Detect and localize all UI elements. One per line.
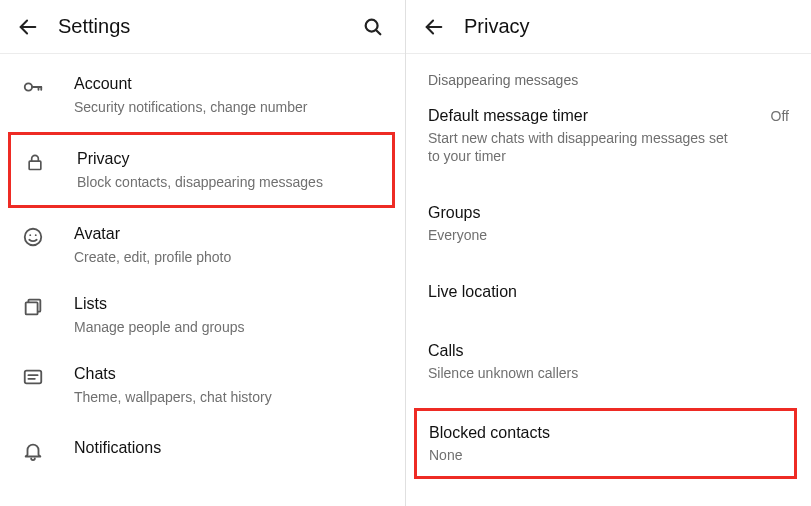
item-title: Notifications	[74, 438, 387, 459]
privacy-item-live-location[interactable]: Live location	[406, 270, 811, 315]
privacy-title: Privacy	[464, 15, 797, 38]
item-title: Live location	[428, 282, 789, 303]
item-title: Account	[74, 74, 387, 95]
settings-item-notifications[interactable]: Notifications	[0, 420, 405, 480]
privacy-item-blocked-contacts[interactable]: Blocked contacts None	[417, 411, 794, 476]
svg-point-8	[25, 229, 42, 246]
privacy-item-groups[interactable]: Groups Everyone	[406, 191, 811, 256]
item-sub: Start new chats with disappearing messag…	[428, 129, 728, 165]
settings-item-lists[interactable]: Lists Manage people and groups	[0, 280, 405, 350]
settings-item-avatar[interactable]: Avatar Create, edit, profile photo	[0, 210, 405, 280]
back-button-privacy[interactable]	[420, 13, 448, 41]
item-title: Lists	[74, 294, 387, 315]
item-sub: Theme, wallpapers, chat history	[74, 388, 387, 406]
svg-rect-7	[29, 161, 41, 169]
section-disappearing-messages: Disappearing messages	[406, 54, 811, 94]
item-title: Default message timer	[428, 106, 761, 127]
settings-title: Settings	[58, 15, 359, 38]
item-title: Privacy	[77, 149, 382, 170]
chat-icon	[22, 364, 60, 388]
bell-icon	[22, 438, 60, 462]
privacy-item-calls[interactable]: Calls Silence unknown callers	[406, 329, 811, 394]
svg-point-9	[29, 234, 31, 236]
privacy-pane: Privacy Disappearing messages Default me…	[406, 0, 811, 506]
svg-point-10	[35, 234, 37, 236]
item-sub: Everyone	[428, 226, 728, 244]
settings-item-privacy[interactable]: Privacy Block contacts, disappearing mes…	[11, 135, 392, 205]
key-icon	[22, 74, 60, 98]
item-sub: None	[429, 446, 729, 464]
search-icon	[362, 16, 384, 38]
avatar-icon	[22, 224, 60, 248]
privacy-header: Privacy	[406, 0, 811, 54]
lists-icon	[22, 294, 60, 318]
svg-rect-13	[25, 371, 42, 384]
item-sub: Block contacts, disappearing messages	[77, 173, 382, 191]
item-title: Calls	[428, 341, 789, 362]
search-button[interactable]	[359, 13, 387, 41]
arrow-left-icon	[17, 16, 39, 38]
item-sub: Create, edit, profile photo	[74, 248, 387, 266]
settings-pane: Settings Account Security notifications,…	[0, 0, 406, 506]
privacy-item-default-timer[interactable]: Default message timer Start new chats wi…	[406, 94, 811, 177]
item-title: Groups	[428, 203, 789, 224]
settings-item-account[interactable]: Account Security notifications, change n…	[0, 60, 405, 130]
highlight-blocked-contacts: Blocked contacts None	[414, 408, 797, 479]
item-title: Avatar	[74, 224, 387, 245]
arrow-left-icon	[423, 16, 445, 38]
svg-line-2	[376, 29, 380, 33]
svg-rect-12	[26, 302, 38, 314]
lock-icon	[25, 149, 63, 173]
item-sub: Manage people and groups	[74, 318, 387, 336]
highlight-privacy: Privacy Block contacts, disappearing mes…	[8, 132, 395, 208]
settings-item-chats[interactable]: Chats Theme, wallpapers, chat history	[0, 350, 405, 420]
item-value: Off	[771, 106, 789, 124]
item-sub: Silence unknown callers	[428, 364, 728, 382]
settings-list: Account Security notifications, change n…	[0, 54, 405, 480]
item-title: Blocked contacts	[429, 423, 788, 444]
item-sub: Security notifications, change number	[74, 98, 387, 116]
item-title: Chats	[74, 364, 387, 385]
settings-header: Settings	[0, 0, 405, 54]
back-button-settings[interactable]	[14, 13, 42, 41]
svg-point-3	[25, 83, 32, 90]
